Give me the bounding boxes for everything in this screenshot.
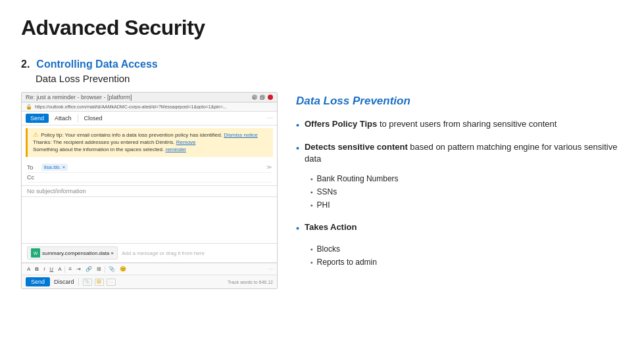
email-format-bar: A B I U A ≡ ⇥ 🔗 ⊞ 📎 😊 ··· [22, 263, 277, 275]
content-area: Re: just a reminder - browser - [platfor… [21, 92, 623, 289]
toolbar-divider [78, 114, 78, 122]
sub-bullet-2-3: ▪ PHI [310, 200, 399, 211]
bottom-bar-actions: Send Discard 📎 😊 ··· [26, 277, 116, 286]
bullet1-bold: Offers Policy Tips [305, 119, 377, 129]
format-table-btn[interactable]: ⊞ [95, 265, 103, 273]
cc-field-row: Cc [27, 173, 272, 183]
sub-dot-3-2: ▪ [310, 258, 313, 267]
sub-dot-2-2: ▪ [310, 188, 313, 197]
format-more-icon: ··· [268, 266, 273, 272]
lock-icon: 🔒 [26, 104, 32, 110]
warning-text1: Policy tip: Your email contains info a d… [41, 132, 224, 138]
format-underline-btn[interactable]: U [48, 265, 55, 273]
subject-text: No subject/information [27, 188, 86, 194]
format-indent-btn[interactable]: ⇥ [75, 265, 82, 273]
reminder-link[interactable]: reminder [165, 147, 186, 152]
bullet-list: ▪ Offers Policy Tips to prevent users fr… [296, 118, 623, 270]
warning-icon: ⚠ [33, 131, 38, 138]
section-header: 2. Controlling Data Access [21, 58, 623, 70]
page-title: Advanced Security [21, 16, 623, 40]
sub-text-3-2: Reports to admin [317, 257, 377, 268]
bullet-text-1: Offers Policy Tips to prevent users from… [305, 118, 557, 130]
bottom-send-button[interactable]: Send [26, 277, 50, 286]
to-field-row: To lisa.bb. × ≫ [27, 162, 272, 173]
bottom-more-icon[interactable]: ··· [107, 279, 116, 286]
format-font-btn[interactable]: A [26, 265, 32, 273]
format-divider1 [64, 266, 65, 273]
sub-text-3-1: Blocks [317, 244, 340, 255]
sub-bullet-3-2: ▪ Reports to admin [310, 257, 377, 268]
close-icon[interactable]: × [268, 95, 273, 100]
bullet-dot-3: ▪ [296, 222, 299, 235]
bullet-item-3: ▪ Takes Action ▪ Blocks ▪ Reports to adm… [296, 221, 623, 269]
sub-text-2-3: PHI [317, 200, 330, 211]
section-subtitle: Data Loss Prevention [36, 73, 623, 84]
section-number: 2. [21, 58, 30, 70]
sub-text-2-1: Bank Routing Numbers [317, 173, 399, 185]
warning-line2: Thanks: The recipient addresses you ente… [33, 139, 268, 145]
to-expand-icon: ≫ [266, 164, 272, 170]
bottom-attach-icon[interactable]: 📎 [83, 279, 92, 286]
email-bottom-bar: Send Discard 📎 😊 ··· Track words to 648.… [22, 275, 277, 288]
compose-send-button[interactable]: Send [26, 114, 49, 123]
email-subject: No subject/information [22, 186, 277, 197]
closed-button[interactable]: Closed [82, 114, 105, 122]
email-titlebar: Re: just a reminder - browser - [platfor… [22, 93, 277, 102]
expand-icon: ⋯ [267, 115, 273, 122]
bullet1-after: to prevent users from sharing sensitive … [377, 119, 557, 129]
format-bold-btn[interactable]: B [34, 265, 40, 273]
attach-button[interactable]: Attach [53, 114, 74, 122]
bullet-text-3: Takes Action [305, 221, 357, 233]
titlebar-text: Re: just a reminder - browser - [platfor… [26, 94, 132, 101]
bullet2-bold: Detects sensitive content [305, 142, 408, 152]
email-toolbar: Send Attach Closed ⋯ [22, 112, 277, 125]
bullet2-main: ▪ Detects sensitive content based on pat… [296, 141, 623, 165]
bottom-icons: 📎 😊 ··· [83, 279, 116, 286]
address-url: https://outlook.office.com/mail/id/AAMkA… [35, 104, 227, 109]
titlebar-controls[interactable]: − □ × [252, 95, 273, 100]
bullet-dot-1: ▪ [296, 119, 299, 132]
maximize-icon[interactable]: □ [260, 95, 265, 100]
cc-label: Cc [27, 174, 39, 181]
email-fields: To lisa.bb. × ≫ Cc [22, 160, 277, 186]
format-color-btn[interactable]: A [57, 265, 62, 273]
to-label: To [27, 164, 39, 171]
format-bullets-btn[interactable]: ≡ [67, 265, 73, 273]
right-panel: Data Loss Prevention ▪ Offers Policy Tip… [296, 92, 623, 279]
sub-dot-2-1: ▪ [310, 175, 313, 184]
sub-text-2-2: SSNs [317, 187, 337, 198]
bullet3-bold: Takes Action [305, 222, 357, 232]
sub-bullet-2-2: ▪ SSNs [310, 187, 399, 198]
email-body[interactable] [22, 197, 277, 243]
format-attach-inline-btn[interactable]: 📎 [107, 265, 116, 273]
format-emoji-btn[interactable]: 😊 [118, 265, 128, 273]
warning-banner: ⚠ Policy tip: Your email contains info a… [26, 128, 273, 157]
sub-dot-2-3: ▪ [310, 201, 313, 210]
remove-link[interactable]: Remove [176, 139, 196, 145]
bullet-item-1: ▪ Offers Policy Tips to prevent users fr… [296, 118, 623, 132]
warning-line1: ⚠ Policy tip: Your email contains info a… [33, 131, 268, 138]
bottom-emoji-icon[interactable]: 😊 [95, 279, 104, 286]
to-value[interactable]: lisa.bb. × [41, 164, 68, 171]
minimize-icon[interactable]: − [252, 95, 257, 100]
bottom-discard-button[interactable]: Discard [54, 279, 74, 285]
attachment-name: summary.compensation.data × [42, 250, 114, 256]
titlebar-left: Re: just a reminder - browser - [platfor… [26, 94, 132, 101]
format-divider2 [105, 266, 105, 273]
warning-text2: Thanks: The recipient addresses you ente… [33, 139, 176, 145]
attachment-icon-text: W [34, 251, 38, 256]
attachment-chip[interactable]: W summary.compensation.data × [27, 246, 118, 260]
email-attachment-area: W summary.compensation.data × Add a mess… [22, 243, 277, 263]
page-container: Advanced Security 2. Controlling Data Ac… [0, 0, 644, 305]
section-title: Controlling Data Access [36, 58, 157, 70]
sub-dot-3-1: ▪ [310, 245, 313, 254]
format-link-btn[interactable]: 🔗 [84, 265, 93, 273]
format-italic-btn[interactable]: I [42, 265, 46, 273]
bottom-divider [78, 278, 79, 286]
add-attachment-hint: Add a message or drag it from here [122, 250, 205, 256]
dismiss-link[interactable]: Dismiss notice [224, 132, 258, 138]
email-mockup: Re: just a reminder - browser - [platfor… [21, 92, 278, 289]
email-addressbar: 🔒 https://outlook.office.com/mail/id/AAM… [22, 102, 277, 112]
bullet-item-2: ▪ Detects sensitive content based on pat… [296, 141, 623, 213]
bullet-dot-2: ▪ [296, 142, 299, 155]
